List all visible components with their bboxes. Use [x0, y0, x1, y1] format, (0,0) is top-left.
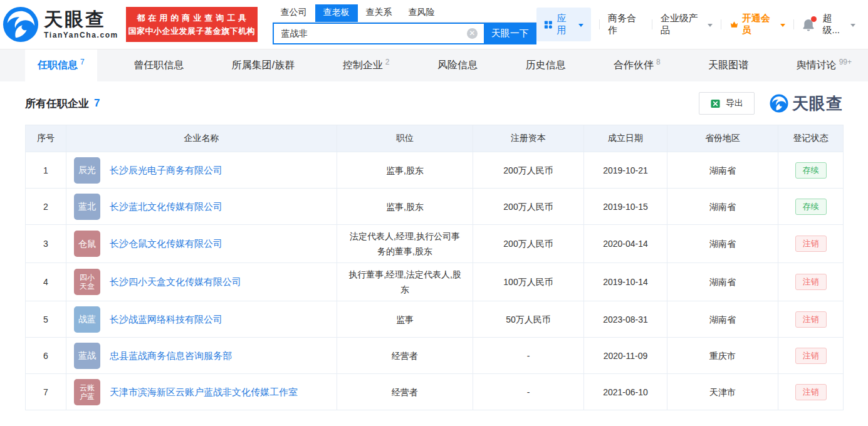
- top-menu: 应用 商务合作 企业级产品 开通会员 超级..: [536, 8, 855, 41]
- search-input[interactable]: [274, 29, 467, 39]
- company-link[interactable]: 忠县蓝战商务信息咨询服务部: [110, 348, 232, 363]
- capital-cell: 200万人民币: [473, 189, 584, 225]
- table-header-row: 序号 企业名称 职位 注册资本 成立日期 省份地区 登记状态: [26, 125, 844, 152]
- chevron-down-icon: [780, 24, 785, 27]
- company-link[interactable]: 长沙仓鼠文化传媒有限公司: [110, 236, 222, 251]
- tab-label: 合作伙伴: [614, 59, 654, 72]
- watermark-logo: 天眼查: [770, 93, 843, 115]
- main-content: 所有任职企业 7 导出 天眼查: [0, 91, 868, 410]
- tab-controlled-companies[interactable]: 控制企业2: [332, 49, 401, 81]
- promo-line2: 国家中小企业发展子基金旗下机构: [126, 26, 258, 37]
- export-button[interactable]: 导出: [699, 92, 755, 115]
- search-tab-boss[interactable]: 查老板: [315, 4, 358, 22]
- section-count: 7: [94, 97, 100, 110]
- capital-cell: 200万人民币: [473, 152, 584, 189]
- excel-icon: [710, 98, 721, 109]
- company-logo-badge[interactable]: 云账 户蓝: [74, 379, 100, 405]
- date-cell: 2021-06-10: [584, 374, 667, 410]
- search-button[interactable]: 天眼一下: [484, 23, 536, 44]
- capital-cell: 200万人民币: [473, 225, 584, 263]
- row-index: 6: [26, 338, 66, 374]
- logo-domain-text: TianYanCha.com: [44, 31, 118, 39]
- cooperation-menu-item[interactable]: 商务合作: [608, 13, 644, 36]
- divider: [599, 19, 600, 29]
- company-logo-badge[interactable]: 四小 天盒: [74, 269, 100, 295]
- apps-menu-item[interactable]: 应用: [536, 8, 591, 41]
- table-row: 5 战蓝 长沙战蓝网络科技有限公司 监事 50万人民币 2023-08-31 湖…: [26, 301, 844, 338]
- tab-label: 曾任职信息: [133, 59, 184, 72]
- tab-count: 99+: [839, 58, 852, 66]
- col-status: 登记状态: [778, 125, 844, 152]
- search-tab-relation[interactable]: 查关系: [358, 4, 400, 22]
- top-bar: 天眼查 TianYanCha.com 都在用的商业查询工具 国家中小企业发展子基…: [0, 0, 868, 49]
- company-link[interactable]: 天津市滨海新区云账户蓝战非文化传媒工作室: [110, 385, 298, 400]
- status-badge: 注销: [795, 274, 827, 290]
- table-row: 6 蓝战 忠县蓝战商务信息咨询服务部 经营者 - 2020-11-09 重庆市 …: [26, 338, 844, 374]
- divider: [793, 19, 794, 29]
- company-link[interactable]: 长沙四小天盒文化传媒有限公司: [110, 274, 241, 289]
- table-row: 3 仓鼠 长沙仓鼠文化传媒有限公司 法定代表人,经理,执行公司事务的董事,股东 …: [26, 225, 844, 263]
- tab-label: 控制企业: [343, 59, 383, 72]
- vip-menu-item[interactable]: 开通会员: [729, 13, 785, 36]
- company-logo-badge[interactable]: 战蓝: [74, 306, 100, 333]
- table-row: 1 辰光 长沙辰光电子商务有限公司 监事,股东 200万人民币 2019-10-…: [26, 152, 844, 189]
- company-link[interactable]: 长沙蓝北文化传媒有限公司: [110, 199, 222, 214]
- tab-partners[interactable]: 合作伙伴8: [602, 49, 672, 81]
- tab-group-cluster[interactable]: 所属集团/族群: [221, 49, 306, 81]
- enterprise-label: 企业级产品: [661, 13, 704, 36]
- position-cell: 执行董事,经理,法定代表人,股东: [337, 263, 473, 301]
- tab-history-info[interactable]: 历史信息: [514, 49, 577, 81]
- col-capital: 注册资本: [473, 125, 584, 152]
- company-logo-badge[interactable]: 蓝战: [74, 343, 100, 369]
- logo-brand-text: 天眼查: [44, 9, 106, 29]
- notification-bell-icon[interactable]: [802, 18, 815, 31]
- row-index: 1: [26, 152, 66, 189]
- tab-risk-info[interactable]: 风险信息: [426, 49, 489, 81]
- tab-past-position-info[interactable]: 曾任职信息: [122, 49, 195, 81]
- col-region: 省份地区: [667, 125, 778, 152]
- search-tab-risk[interactable]: 查风险: [400, 4, 443, 22]
- capital-cell: 50万人民币: [473, 301, 584, 338]
- tab-count: 8: [656, 58, 661, 66]
- tab-count: 7: [80, 58, 85, 66]
- position-cell: 经营者: [337, 338, 473, 374]
- search-tabs: 查公司 查老板 查关系 查风险: [273, 4, 536, 23]
- table-row: 7 云账 户蓝 天津市滨海新区云账户蓝战非文化传媒工作室 经营者 - 2021-…: [26, 374, 844, 410]
- company-logo-badge[interactable]: 蓝北: [74, 194, 100, 220]
- user-account-menu-item[interactable]: 超级...: [823, 13, 855, 36]
- capital-cell: 100万人民币: [473, 263, 584, 301]
- divider: [721, 19, 721, 29]
- tianyancha-swirl-icon: [3, 6, 39, 43]
- tianyancha-logo[interactable]: 天眼查 TianYanCha.com: [3, 6, 118, 43]
- company-logo-badge[interactable]: 辰光: [74, 157, 100, 184]
- company-link[interactable]: 长沙战蓝网络科技有限公司: [110, 312, 222, 327]
- status-badge: 存续: [795, 162, 827, 179]
- crown-icon: [729, 20, 739, 29]
- region-cell: 湖南省: [667, 189, 778, 225]
- search-box: ✕: [273, 23, 484, 44]
- tab-public-opinion[interactable]: 舆情讨论99+: [785, 49, 863, 81]
- tab-label: 舆情讨论: [797, 59, 837, 72]
- tab-position-info[interactable]: 任职信息7: [25, 49, 97, 81]
- tab-graph[interactable]: 天眼图谱: [697, 49, 760, 81]
- date-cell: 2023-08-31: [584, 301, 667, 338]
- status-badge: 注销: [795, 348, 827, 364]
- tab-label: 所属集团/族群: [232, 59, 295, 72]
- company-logo-badge[interactable]: 仓鼠: [74, 231, 100, 257]
- enterprise-menu-item[interactable]: 企业级产品: [661, 13, 713, 36]
- clear-search-icon[interactable]: ✕: [467, 28, 478, 39]
- tab-label: 风险信息: [437, 59, 478, 72]
- table-row: 2 蓝北 长沙蓝北文化传媒有限公司 监事,股东 200万人民币 2019-10-…: [26, 189, 844, 225]
- chevron-down-icon: [578, 24, 583, 27]
- export-label: 导出: [726, 98, 743, 109]
- company-link[interactable]: 长沙辰光电子商务有限公司: [110, 163, 222, 178]
- tab-label: 历史信息: [525, 59, 565, 72]
- chevron-down-icon: [708, 24, 713, 27]
- position-cell: 监事,股东: [337, 152, 473, 189]
- cooperation-label: 商务合作: [608, 13, 644, 36]
- status-badge: 注销: [795, 384, 827, 400]
- date-cell: 2019-10-15: [584, 189, 667, 225]
- promo-line1: 都在用的商业查询工具: [126, 13, 258, 24]
- search-tab-company[interactable]: 查公司: [273, 4, 315, 22]
- date-cell: 2019-10-21: [584, 152, 667, 189]
